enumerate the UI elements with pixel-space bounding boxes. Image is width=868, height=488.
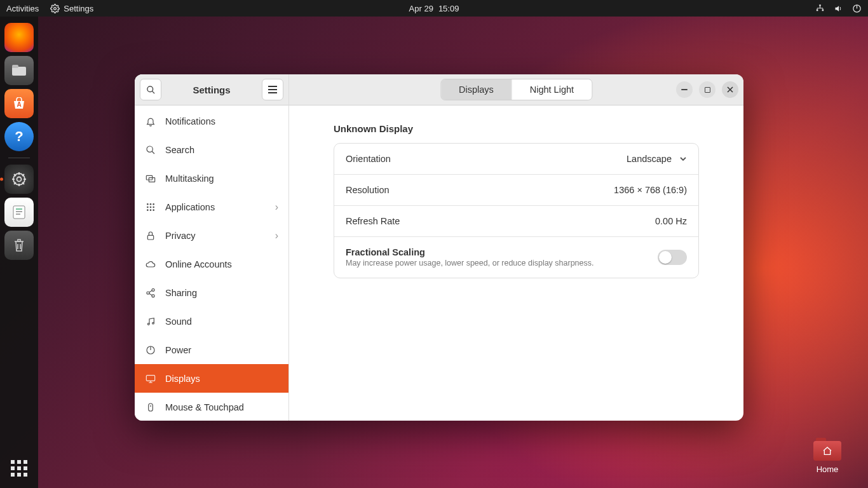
resolution-value: 868 × 488 (16:9) xyxy=(614,185,687,195)
svg-point-45 xyxy=(147,292,149,294)
activities-button[interactable]: Activities xyxy=(6,4,39,13)
svg-point-40 xyxy=(147,209,149,211)
sidebar-item-label: Notifications xyxy=(165,116,215,126)
sidebar-item-search[interactable]: Search xyxy=(135,135,288,164)
view-switcher: Displays Night Light xyxy=(440,79,592,100)
sidebar-header: Settings xyxy=(135,74,288,105)
sidebar-item-power[interactable]: Power xyxy=(135,336,288,364)
section-title: Unknown Display xyxy=(334,123,699,134)
svg-rect-43 xyxy=(147,235,153,240)
sidebar-item-label: Power xyxy=(165,345,191,355)
window-maximize-button[interactable] xyxy=(699,81,715,98)
dock-files[interactable] xyxy=(4,56,34,85)
mouse-icon xyxy=(145,402,156,412)
sidebar-item-notifications[interactable]: Notifications xyxy=(135,107,288,135)
fractional-scaling-label: Fractional Scaling xyxy=(346,247,594,257)
svg-point-37 xyxy=(147,206,149,208)
svg-line-47 xyxy=(149,290,153,292)
main-header: Displays Night Light xyxy=(289,74,743,105)
svg-point-25 xyxy=(147,86,153,92)
svg-point-36 xyxy=(153,203,154,205)
power-icon xyxy=(145,345,156,355)
svg-point-49 xyxy=(147,323,149,325)
refresh-rate-row[interactable]: Refresh Rate 0.00 Hz xyxy=(334,205,698,236)
tab-displays[interactable]: Displays xyxy=(441,79,512,100)
svg-line-31 xyxy=(152,151,154,154)
svg-rect-1 xyxy=(819,4,821,6)
svg-point-42 xyxy=(153,209,154,211)
sidebar-item-privacy[interactable]: Privacy› xyxy=(135,221,288,250)
orientation-row[interactable]: Orientation Landscape xyxy=(334,144,698,174)
orientation-label: Orientation xyxy=(346,154,391,164)
volume-status-icon[interactable] xyxy=(834,4,843,13)
sidebar-item-displays[interactable]: Displays xyxy=(135,364,288,393)
hamburger-menu-button[interactable] xyxy=(262,79,283,100)
sidebar-item-sharing[interactable]: Sharing xyxy=(135,278,288,307)
sound-icon xyxy=(145,316,156,327)
svg-point-35 xyxy=(150,203,152,205)
tab-night-label: Night Light xyxy=(530,85,574,95)
svg-rect-6 xyxy=(12,67,26,76)
svg-point-50 xyxy=(153,322,154,324)
tab-displays-label: Displays xyxy=(459,85,494,95)
dock-text-editor[interactable] xyxy=(4,198,34,227)
dock-trash[interactable] xyxy=(4,231,34,260)
search-icon xyxy=(145,145,156,155)
topbar-app-label: Settings xyxy=(64,4,93,13)
dock-help[interactable]: ? xyxy=(4,122,34,151)
svg-point-34 xyxy=(147,203,149,205)
gear-icon xyxy=(50,4,60,13)
bell-icon xyxy=(145,116,156,126)
dock-settings[interactable] xyxy=(4,165,34,194)
sidebar-item-applications[interactable]: Applications› xyxy=(135,193,288,221)
display-icon xyxy=(145,374,156,384)
refresh-rate-value: 0.00 Hz xyxy=(655,216,687,226)
network-status-icon[interactable] xyxy=(815,4,825,13)
fractional-scaling-toggle[interactable] xyxy=(658,250,687,265)
svg-point-38 xyxy=(150,206,152,208)
resolution-label: Resolution xyxy=(346,185,390,195)
power-status-icon[interactable] xyxy=(852,4,862,13)
fractional-scaling-row: Fractional Scaling May increase power us… xyxy=(334,236,698,278)
resolution-row[interactable]: Resolution 868 × 488 (16:9) xyxy=(334,174,698,205)
sidebar-item-sound[interactable]: Sound xyxy=(135,307,288,336)
sidebar-item-multitasking[interactable]: Multitasking xyxy=(135,164,288,193)
sidebar-list: NotificationsSearchMultitaskingApplicati… xyxy=(135,105,288,421)
main-panel: Displays Night Light Unknown Display Ori… xyxy=(289,74,743,421)
refresh-rate-label: Refresh Rate xyxy=(346,216,400,226)
window-close-button[interactable] xyxy=(722,81,738,98)
content-area: Unknown Display Orientation Landscape Re… xyxy=(289,105,743,421)
chevron-down-icon xyxy=(679,155,687,163)
dock-software[interactable]: A xyxy=(4,89,34,118)
svg-point-0 xyxy=(54,7,57,10)
show-apps-button[interactable] xyxy=(11,460,27,477)
display-settings-card: Orientation Landscape Resolution 1366 × … xyxy=(334,143,699,278)
cloud-icon xyxy=(145,259,156,269)
sidebar-item-label: Applications xyxy=(165,202,215,212)
svg-point-41 xyxy=(150,209,152,211)
topbar-app-menu[interactable]: Settings xyxy=(50,4,93,13)
share-icon xyxy=(145,288,156,298)
settings-window: Settings NotificationsSearchMultitasking… xyxy=(135,74,743,421)
clock[interactable]: Apr 29 15:09 xyxy=(409,4,459,13)
svg-line-48 xyxy=(149,294,153,295)
dock-firefox[interactable] xyxy=(4,23,34,52)
svg-rect-2 xyxy=(817,9,818,11)
sidebar-item-mouse-touchpad[interactable]: Mouse & Touchpad xyxy=(135,393,288,421)
svg-point-39 xyxy=(153,206,154,208)
apps-icon xyxy=(145,202,156,212)
desktop-home-folder[interactable]: Home xyxy=(804,438,850,474)
sidebar-item-label: Mouse & Touchpad xyxy=(165,402,244,412)
search-button[interactable] xyxy=(140,79,161,100)
sidebar-item-online-accounts[interactable]: Online Accounts xyxy=(135,250,288,278)
folder-icon xyxy=(813,438,841,461)
svg-rect-56 xyxy=(149,403,153,411)
window-minimize-button[interactable] xyxy=(676,81,693,98)
tab-night-light[interactable]: Night Light xyxy=(512,79,592,100)
svg-rect-19 xyxy=(13,206,25,219)
sidebar-item-label: Privacy xyxy=(165,231,196,241)
svg-line-26 xyxy=(152,91,154,93)
top-bar: Activities Settings Apr 29 15:09 xyxy=(0,0,868,17)
chevron-right-icon: › xyxy=(275,201,278,213)
svg-rect-3 xyxy=(822,9,824,11)
